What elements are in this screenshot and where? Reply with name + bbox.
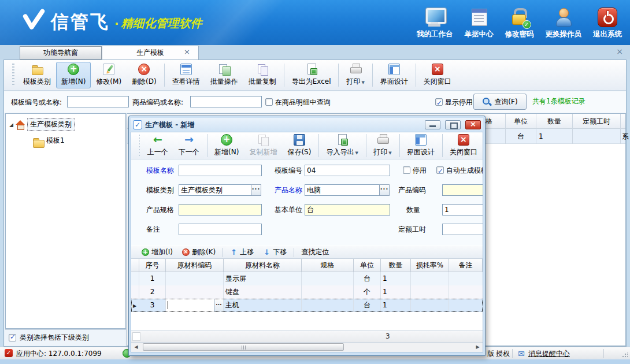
toolbar-batch-copy-button[interactable]: 批量复制 bbox=[243, 62, 281, 88]
cell-remark bbox=[449, 272, 483, 285]
dialog-ui-design-button[interactable]: 界面设计 bbox=[402, 132, 440, 159]
auto-generate-option[interactable]: 自动生成模板 bbox=[436, 165, 483, 176]
nav-switch-operator[interactable]: 更换操作员 bbox=[546, 8, 582, 39]
button-label: 保存(S) bbox=[287, 147, 311, 157]
disabled-option[interactable]: 停用 bbox=[403, 165, 427, 176]
col-header-loss-rate[interactable]: 损耗率% bbox=[411, 259, 449, 272]
scrollbar-thumb[interactable] bbox=[143, 343, 344, 351]
product-spec-input[interactable] bbox=[179, 204, 262, 216]
toolbar-export-excel-button[interactable]: 导出为Excel bbox=[287, 62, 336, 88]
toolbar-edit-button[interactable]: 修改(M) bbox=[91, 62, 127, 88]
product-name-input[interactable]: 电脑 bbox=[305, 184, 380, 196]
tree-expander-icon[interactable]: ◢ bbox=[9, 122, 13, 128]
button-label: 删除(K) bbox=[192, 247, 216, 257]
button-label: 上一个 bbox=[147, 147, 168, 157]
search-in-detail-option[interactable]: 在商品明细中查询 bbox=[265, 96, 331, 108]
col-header-material-code[interactable]: 原材料编码 bbox=[166, 259, 224, 272]
nav-my-workbench[interactable]: 我的工作台 bbox=[417, 8, 453, 39]
product-code-input[interactable] bbox=[442, 184, 483, 196]
remark-input[interactable] bbox=[179, 224, 262, 235]
quota-hours-input[interactable] bbox=[442, 224, 483, 235]
detail-row-1[interactable]: 1 显示屏 台 1 bbox=[131, 272, 483, 285]
toolbar-template-category-button[interactable]: 模板类别 bbox=[18, 62, 56, 88]
detail-add-button[interactable]: 增加(I) bbox=[138, 247, 176, 257]
scroll-left-arrow-icon[interactable]: ◀ bbox=[132, 344, 140, 351]
close-button[interactable] bbox=[465, 120, 481, 129]
col-header-seq[interactable]: 序号 bbox=[139, 259, 166, 272]
dialog-print-button[interactable]: 打印▼ bbox=[368, 132, 396, 159]
include-subcategory-checkbox[interactable] bbox=[9, 334, 16, 341]
search-in-detail-checkbox[interactable] bbox=[265, 98, 273, 106]
base-unit-input[interactable]: 台 bbox=[305, 204, 390, 216]
maximize-button[interactable] bbox=[445, 120, 461, 129]
template-name-input[interactable] bbox=[179, 165, 262, 176]
tabstrip-close-icon[interactable]: × bbox=[616, 47, 623, 55]
nav-change-password[interactable]: ✓ 修改密码 bbox=[505, 8, 534, 39]
cell-partial: 系 bbox=[622, 129, 629, 144]
query-button[interactable]: 查询(F) bbox=[473, 94, 527, 110]
dialog-title-bar[interactable]: ✓ 生产模板 - 新增 bbox=[131, 118, 483, 132]
import-export-icon bbox=[336, 134, 348, 146]
tab-function-nav[interactable]: 功能导航窗 bbox=[20, 46, 102, 60]
dialog-import-export-button[interactable]: 导入导出▼ bbox=[321, 132, 364, 159]
horizontal-scrollbar[interactable]: ◀ ▶ bbox=[131, 343, 483, 352]
dialog-prev-button[interactable]: 上一个 bbox=[142, 132, 173, 159]
toolbar-print-button[interactable]: 打印▼ bbox=[341, 62, 369, 88]
detail-row-2[interactable]: 2 键盘 个 1 bbox=[131, 285, 483, 299]
cell-code-editing[interactable]: ··· bbox=[166, 299, 224, 312]
tree-node-root[interactable]: ◢ 生产模板类别 bbox=[9, 118, 75, 131]
col-header-remark[interactable]: 备注 bbox=[449, 259, 483, 272]
close-window-icon bbox=[432, 64, 443, 75]
toolbar-view-detail-button[interactable]: 查看详情 bbox=[167, 62, 205, 88]
detail-move-up-button[interactable]: 上移 bbox=[227, 247, 257, 257]
toolbar-delete-button[interactable]: 删除(D) bbox=[127, 62, 162, 88]
nav-document-center[interactable]: 单据中心 bbox=[465, 8, 494, 39]
detail-delete-button[interactable]: 删除(K) bbox=[179, 247, 219, 257]
disabled-checkbox[interactable] bbox=[403, 166, 410, 174]
col-header-qty[interactable]: 数量 bbox=[381, 259, 411, 272]
dialog-save-button[interactable]: 保存(S) bbox=[282, 132, 316, 159]
dialog-add-button[interactable]: 新增(N) bbox=[209, 132, 244, 159]
dialog-next-button[interactable]: 下一个 bbox=[173, 132, 205, 159]
scroll-right-arrow-icon[interactable]: ▶ bbox=[474, 344, 481, 351]
nav-exit-system[interactable]: 退出系统 bbox=[593, 8, 622, 39]
detail-row-3-selected[interactable]: ▶ 3 ··· 主机 台 1 bbox=[131, 299, 483, 312]
resize-grip[interactable] bbox=[622, 352, 628, 358]
qty-input[interactable]: 1 bbox=[442, 204, 483, 216]
auto-generate-checkbox[interactable] bbox=[436, 166, 444, 174]
product-filter-input[interactable] bbox=[190, 96, 262, 107]
toolbar-batch-operate-button[interactable]: 批量操作 bbox=[205, 62, 243, 88]
detail-move-down-button[interactable]: 下移 bbox=[260, 247, 290, 257]
material-picker-button[interactable]: ··· bbox=[214, 299, 223, 312]
tree-node-child[interactable]: 模板1 bbox=[32, 136, 65, 146]
detail-locate-button[interactable]: 查找定位 bbox=[298, 247, 332, 257]
password-lock-icon: ✓ bbox=[510, 8, 529, 27]
product-picker-button[interactable]: ··· bbox=[379, 184, 390, 196]
tab-close-icon[interactable]: × bbox=[184, 48, 190, 55]
message-center-link[interactable]: 消息提醒中心 bbox=[528, 350, 570, 358]
tab-production-template[interactable]: 生产模板 × bbox=[102, 46, 199, 60]
show-disabled-option[interactable]: 显示停用 bbox=[435, 96, 473, 108]
template-filter-label: 模板编号或名称: bbox=[11, 96, 62, 108]
nav-label: 更换操作员 bbox=[546, 29, 582, 39]
col-header-unit[interactable]: 单位 bbox=[354, 259, 381, 272]
toolbar-add-button[interactable]: 新增(N) bbox=[56, 62, 91, 88]
template-filter-input[interactable] bbox=[67, 96, 129, 107]
show-disabled-checkbox[interactable] bbox=[435, 98, 443, 106]
cell-unit: 台 bbox=[506, 129, 536, 144]
col-header-spec[interactable]: 规格 bbox=[302, 259, 354, 272]
minimize-button[interactable] bbox=[425, 120, 440, 129]
delete-icon bbox=[138, 64, 150, 75]
toolbar-ui-design-button[interactable]: 界面设计 bbox=[375, 62, 413, 88]
toolbar-close-window-button[interactable]: 关闭窗口 bbox=[418, 62, 457, 88]
category-input[interactable]: 生产模板类别 bbox=[179, 184, 251, 196]
dialog-copy-add-button[interactable]: 复制新增 bbox=[244, 132, 282, 159]
code-edit-input[interactable] bbox=[166, 299, 214, 312]
category-picker-button[interactable]: ··· bbox=[251, 184, 261, 196]
tree-node-label[interactable]: 模板1 bbox=[46, 136, 65, 146]
button-label: 导入导出▼ bbox=[327, 147, 358, 157]
col-header-material-name[interactable]: 原材料名称 bbox=[224, 259, 302, 272]
tree-node-label[interactable]: 生产模板类别 bbox=[27, 118, 75, 131]
dialog-close-window-button[interactable]: 关闭窗口 bbox=[444, 132, 483, 159]
template-code-input[interactable]: 04 bbox=[305, 165, 390, 176]
